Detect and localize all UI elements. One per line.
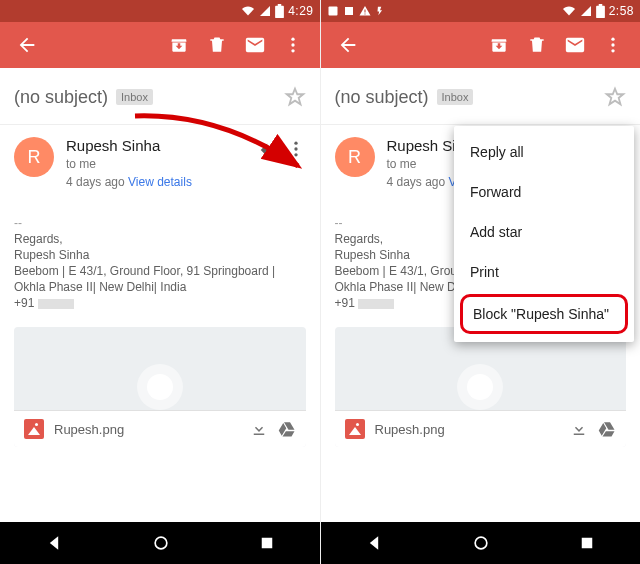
- delete-button[interactable]: [518, 26, 556, 64]
- subject-row: (no subject) Inbox: [321, 68, 641, 116]
- svg-point-4: [294, 147, 297, 150]
- inbox-label[interactable]: Inbox: [116, 89, 153, 105]
- nav-home[interactable]: [151, 533, 171, 553]
- wifi-icon: [562, 5, 576, 17]
- nav-recents[interactable]: [258, 534, 276, 552]
- overflow-button[interactable]: [274, 26, 312, 64]
- status-time: 2:58: [609, 4, 634, 18]
- attachment-name: Rupesh.png: [375, 422, 561, 437]
- drive-icon[interactable]: [278, 420, 296, 438]
- svg-rect-13: [582, 538, 593, 549]
- nav-back[interactable]: [364, 533, 384, 553]
- status-bar: 2:58: [321, 0, 641, 22]
- svg-point-6: [155, 537, 167, 549]
- svg-rect-8: [328, 7, 337, 16]
- download-icon[interactable]: [570, 420, 588, 438]
- avatar[interactable]: R: [14, 137, 54, 177]
- svg-point-9: [611, 38, 614, 41]
- svg-point-1: [291, 43, 294, 46]
- nav-back[interactable]: [44, 533, 64, 553]
- sent-ago: 4 days ago: [387, 175, 446, 189]
- back-button[interactable]: [329, 26, 367, 64]
- battery-icon: [596, 4, 605, 18]
- subject-title: (no subject): [335, 87, 429, 108]
- bolt-icon: [375, 5, 385, 17]
- svg-point-5: [294, 153, 297, 156]
- sig-regards: Regards,: [14, 231, 306, 247]
- nav-recents[interactable]: [578, 534, 596, 552]
- mark-unread-button[interactable]: [556, 26, 594, 64]
- star-button[interactable]: [284, 86, 306, 108]
- avatar[interactable]: R: [335, 137, 375, 177]
- app-bar: [0, 22, 320, 68]
- phone-left: 4:29 (no subject) Inbox R Rupesh Sinha t…: [0, 0, 320, 564]
- redacted: [38, 299, 74, 309]
- svg-rect-7: [262, 538, 273, 549]
- nav-bar: [0, 522, 320, 564]
- svg-point-10: [611, 43, 614, 46]
- image-icon: [24, 419, 44, 439]
- phone-right: 2:58 (no subject) Inbox R Rupesh Sinha t…: [320, 0, 641, 564]
- menu-reply-all[interactable]: Reply all: [454, 132, 634, 172]
- subject-title: (no subject): [14, 87, 108, 108]
- image-icon: [345, 419, 365, 439]
- archive-button[interactable]: [160, 26, 198, 64]
- image-status-icon: [343, 5, 355, 17]
- star-button[interactable]: [604, 86, 626, 108]
- status-bar: 4:29: [0, 0, 320, 22]
- drive-icon[interactable]: [598, 420, 616, 438]
- attachment-card[interactable]: Rupesh.png: [14, 327, 306, 447]
- reply-button[interactable]: [258, 139, 280, 161]
- svg-point-12: [475, 537, 487, 549]
- sent-ago: 4 days ago: [66, 175, 125, 189]
- wifi-icon: [241, 5, 255, 17]
- sig-phone: +91: [14, 296, 34, 310]
- attachment-card[interactable]: Rupesh.png: [335, 327, 627, 447]
- overflow-button[interactable]: [594, 26, 632, 64]
- signal-icon: [580, 5, 592, 17]
- sig-name: Rupesh Sinha: [14, 247, 306, 263]
- download-icon[interactable]: [250, 420, 268, 438]
- nav-bar: [321, 522, 641, 564]
- menu-forward[interactable]: Forward: [454, 172, 634, 212]
- svg-point-2: [291, 49, 294, 52]
- message-overflow-menu: Reply all Forward Add star Print Block "…: [454, 126, 634, 342]
- email-body: -- Regards, Rupesh Sinha Beebom | E 43/1…: [0, 203, 320, 315]
- message-overflow-button[interactable]: [286, 139, 306, 159]
- redacted: [358, 299, 394, 309]
- mark-unread-button[interactable]: [236, 26, 274, 64]
- menu-block-sender[interactable]: Block "Rupesh Sinha": [460, 294, 628, 334]
- subject-row: (no subject) Inbox: [0, 68, 320, 116]
- view-details-link[interactable]: View details: [128, 175, 192, 189]
- sig-address: Beebom | E 43/1, Ground Floor, 91 Spring…: [14, 263, 306, 295]
- battery-icon: [275, 4, 284, 18]
- svg-point-3: [294, 142, 297, 145]
- nav-home[interactable]: [471, 533, 491, 553]
- delete-button[interactable]: [198, 26, 236, 64]
- svg-point-0: [291, 38, 294, 41]
- sig-phone: +91: [335, 296, 355, 310]
- archive-button[interactable]: [480, 26, 518, 64]
- signal-icon: [259, 5, 271, 17]
- menu-add-star[interactable]: Add star: [454, 212, 634, 252]
- attachment-name: Rupesh.png: [54, 422, 240, 437]
- sig-dash: --: [14, 215, 306, 231]
- app-bar: [321, 22, 641, 68]
- notif-icon: [327, 5, 339, 17]
- sender-name: Rupesh Sinha: [66, 137, 246, 155]
- inbox-label[interactable]: Inbox: [437, 89, 474, 105]
- sender-row: R Rupesh Sinha to me 4 days ago View det…: [0, 125, 320, 203]
- sender-to: to me: [66, 155, 246, 173]
- status-time: 4:29: [288, 4, 313, 18]
- menu-print[interactable]: Print: [454, 252, 634, 292]
- warn-icon: [359, 5, 371, 17]
- svg-point-11: [611, 49, 614, 52]
- back-button[interactable]: [8, 26, 46, 64]
